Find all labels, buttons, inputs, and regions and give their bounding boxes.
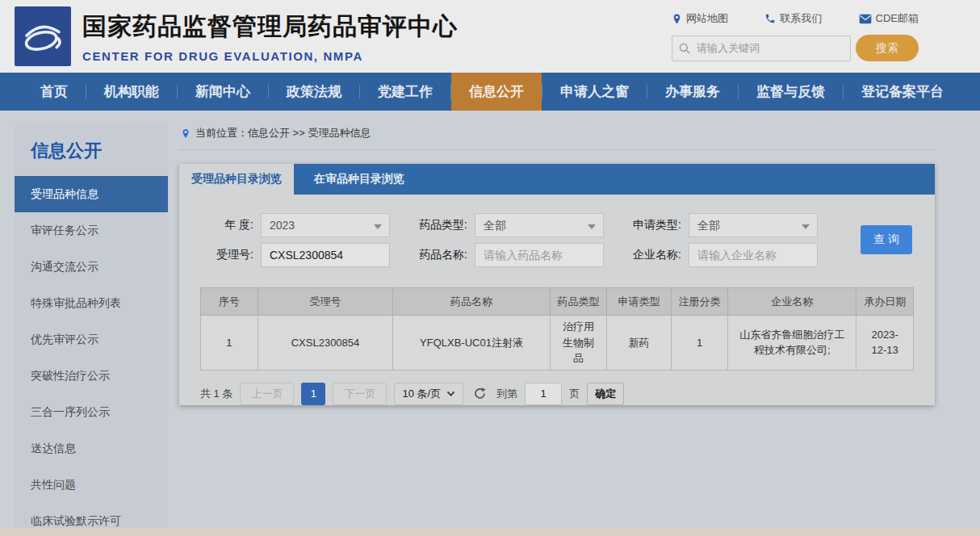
search-box <box>672 36 851 61</box>
accept-no-input[interactable] <box>261 243 390 267</box>
chevron-down-icon <box>446 391 455 397</box>
pagination: 共 1 条 上一页 1 下一页 10 条/页 到第 页 确定 <box>200 383 914 405</box>
sitemap-label: 网站地图 <box>686 11 728 26</box>
sidebar-item-accepted-varieties[interactable]: 受理品种信息 <box>15 176 168 212</box>
page-size-value: 10 条/页 <box>402 387 441 401</box>
sidebar-item-priority-review[interactable]: 优先审评公示 <box>15 321 168 358</box>
col-company: 企业名称 <box>728 288 856 316</box>
drug-type-label: 药品类型: <box>414 218 467 232</box>
main-panel: 当前位置：信息公开 >> 受理品种信息 受理品种目录浏览 在审品种目录浏览 年 … <box>179 123 935 536</box>
refresh-button[interactable] <box>473 387 487 400</box>
contact-label: 联系我们 <box>780 11 822 26</box>
nav-item-applicant[interactable]: 申请人之窗 <box>542 73 647 111</box>
sidebar-item-communication[interactable]: 沟通交流公示 <box>15 249 168 285</box>
sidebar-title: 信息公开 <box>15 123 168 176</box>
sidebar-item-special-approval[interactable]: 特殊审批品种列表 <box>15 285 168 321</box>
sidebar: 信息公开 受理品种信息 审评任务公示 沟通交流公示 特殊审批品种列表 优先审评公… <box>15 123 168 536</box>
drug-type-value: 全部 <box>484 219 506 232</box>
cell-reg-class: 1 <box>671 316 728 371</box>
year-select[interactable]: 2023 <box>261 213 390 237</box>
sidebar-item-review-tasks[interactable]: 审评任务公示 <box>15 212 168 249</box>
current-page-button[interactable]: 1 <box>301 383 325 405</box>
goto-page-input[interactable] <box>525 383 562 405</box>
search-icon <box>678 42 691 55</box>
header-search: 搜索 <box>672 35 919 61</box>
site-header: 国家药品监督管理局药品审评中心 CENTER FOR DRUG EVALUATI… <box>0 0 980 73</box>
year-label: 年 度: <box>200 218 253 232</box>
drug-name-label: 药品名称: <box>414 248 467 262</box>
drug-type-select[interactable]: 全部 <box>475 213 604 237</box>
cell-seq: 1 <box>201 316 258 371</box>
col-apply-type: 申请类型 <box>607 288 671 316</box>
bottom-strip <box>0 528 980 536</box>
nav-item-news[interactable]: 新闻中心 <box>178 73 268 111</box>
nav-item-functions[interactable]: 机构职能 <box>86 73 177 111</box>
site-title: 国家药品监督管理局药品审评中心 <box>82 10 458 44</box>
nav-item-party[interactable]: 党建工作 <box>360 73 450 111</box>
cell-apply-type: 新药 <box>607 316 671 371</box>
sidebar-item-delivery-info[interactable]: 送达信息 <box>15 430 168 467</box>
sidebar-item-common-issues[interactable]: 共性问题 <box>15 467 168 503</box>
nav-item-supervision[interactable]: 监督与反馈 <box>739 73 843 111</box>
chevron-down-icon <box>588 224 596 229</box>
prev-page-button[interactable]: 上一页 <box>240 383 294 405</box>
quick-links: 网站地图 联系我们 CDE邮箱 <box>672 11 919 26</box>
mail-icon <box>859 14 872 24</box>
cell-drug-name: YFQLXB-UC01注射液 <box>393 316 550 371</box>
cell-date: 2023-12-13 <box>856 316 914 371</box>
chevron-down-icon <box>374 224 382 229</box>
total-count: 共 1 条 <box>200 387 232 401</box>
header-right: 网站地图 联系我们 CDE邮箱 搜索 <box>672 11 919 61</box>
main-nav: 首页 机构职能 新闻中心 政策法规 党建工作 信息公开 申请人之窗 办事服务 监… <box>0 73 980 111</box>
sidebar-item-three-in-one[interactable]: 三合一序列公示 <box>15 394 168 430</box>
sitemap-link[interactable]: 网站地图 <box>672 11 728 26</box>
col-drug-name: 药品名称 <box>393 288 550 316</box>
nav-item-policy[interactable]: 政策法规 <box>269 73 359 111</box>
drug-name-input[interactable] <box>475 243 604 267</box>
query-button[interactable]: 查询 <box>861 225 912 254</box>
col-drug-type: 药品类型 <box>550 288 607 316</box>
cell-drug-type: 治疗用生物制品 <box>550 316 607 371</box>
apply-type-value: 全部 <box>697 219 720 232</box>
sidebar-item-breakthrough-therapy[interactable]: 突破性治疗公示 <box>15 358 168 394</box>
map-pin-icon <box>672 13 682 25</box>
company-label: 企业名称: <box>628 248 681 262</box>
tab-accepted-catalog[interactable]: 受理品种目录浏览 <box>179 164 294 195</box>
refresh-icon <box>473 387 487 400</box>
col-seq: 序号 <box>201 288 258 316</box>
year-value: 2023 <box>270 219 295 232</box>
company-input[interactable] <box>689 243 818 267</box>
col-reg-class: 注册分类 <box>671 288 728 316</box>
filter-form: 年 度: 2023 药品类型: 全部 申请类型: 全部 受理号: 药品名称: <box>179 195 935 284</box>
phone-icon <box>764 13 776 24</box>
next-page-button[interactable]: 下一页 <box>333 383 387 405</box>
nav-item-home[interactable]: 首页 <box>23 73 86 111</box>
contact-link[interactable]: 联系我们 <box>764 11 822 26</box>
cde-logo <box>15 6 71 66</box>
goto-label: 到第 <box>496 387 517 401</box>
nav-item-registration-platform[interactable]: 登记备案平台 <box>844 73 961 111</box>
col-accept-no: 受理号 <box>258 288 393 316</box>
cell-company: 山东省齐鲁细胞治疗工程技术有限公司; <box>728 316 856 371</box>
apply-type-select[interactable]: 全部 <box>689 213 818 237</box>
page-unit-label: 页 <box>569 387 580 401</box>
tab-under-review-catalog[interactable]: 在审品种目录浏览 <box>294 164 425 195</box>
results-card: 受理品种目录浏览 在审品种目录浏览 年 度: 2023 药品类型: 全部 申请类… <box>179 164 935 405</box>
content-area: 信息公开 受理品种信息 审评任务公示 沟通交流公示 特殊审批品种列表 优先审评公… <box>0 111 980 536</box>
breadcrumb: 当前位置：信息公开 >> 受理品种信息 <box>179 123 935 150</box>
nav-item-info-disclosure[interactable]: 信息公开 <box>451 73 542 111</box>
col-date: 承办日期 <box>856 288 914 316</box>
cde-logo-swan-icon <box>19 13 66 60</box>
nav-item-services[interactable]: 办事服务 <box>647 73 738 111</box>
mailbox-label: CDE邮箱 <box>876 11 919 26</box>
mailbox-link[interactable]: CDE邮箱 <box>859 11 919 26</box>
brand-block: 国家药品监督管理局药品审评中心 CENTER FOR DRUG EVALUATI… <box>82 10 458 63</box>
page-size-select[interactable]: 10 条/页 <box>394 383 463 405</box>
filter-row-1: 年 度: 2023 药品类型: 全部 申请类型: 全部 <box>200 213 846 237</box>
filter-row-2: 受理号: 药品名称: 企业名称: <box>200 243 846 267</box>
location-pin-icon <box>181 128 191 140</box>
search-input[interactable] <box>672 36 851 61</box>
confirm-button[interactable]: 确定 <box>587 383 624 405</box>
search-button[interactable]: 搜索 <box>856 35 919 61</box>
accept-no-label: 受理号: <box>200 248 253 262</box>
